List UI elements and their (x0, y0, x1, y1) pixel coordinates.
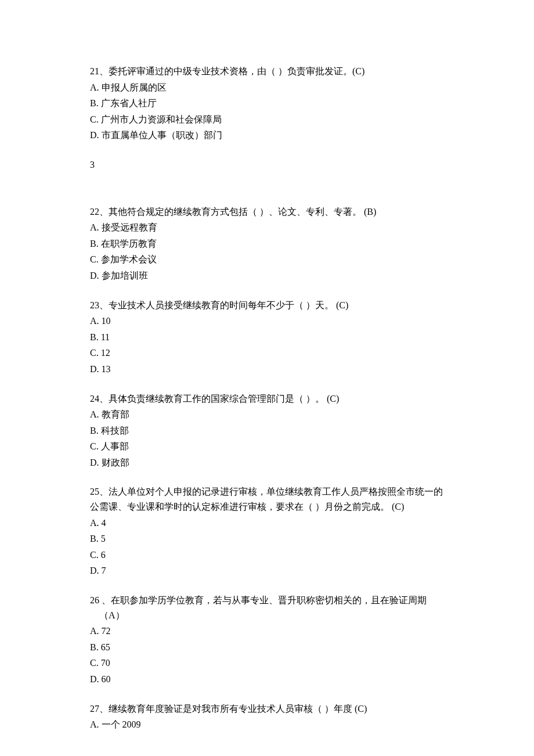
question-number: 24 (90, 394, 99, 404)
option-prefix: B. (90, 98, 99, 108)
option-c: C. 12 (90, 345, 444, 361)
option-prefix: C. (90, 348, 99, 358)
option-d: D. 7 (90, 563, 444, 578)
option-text: 11 (99, 332, 110, 342)
question-24: 24、具体负责继续教育工作的国家综合管理部门是（ ）。 (C) A. 教育部 B… (90, 391, 444, 470)
question-22: 22、其他符合规定的继续教育方式包括（ ）、论文、专利、专著。 (B) A. 接… (90, 204, 444, 283)
option-text: 参加培训班 (99, 271, 148, 280)
option-d: D. 13 (90, 362, 444, 377)
option-b: B. 广东省人社厅 (90, 96, 444, 111)
page-number: 3 (90, 157, 444, 172)
option-prefix: A. (90, 719, 99, 729)
question-answer: (C) (392, 502, 404, 512)
question-answer: (C) (336, 300, 348, 310)
option-prefix: B. (90, 534, 99, 543)
option-b: B. 65 (90, 640, 444, 655)
option-a: A. 72 (90, 624, 444, 639)
option-text: 人事部 (99, 441, 129, 451)
option-prefix: D. (90, 674, 99, 684)
question-body: 、在职参加学历学位教育，若与从事专业、晋升职称密切相关的，且在验证周期 (99, 595, 427, 605)
option-c: C. 6 (90, 548, 444, 563)
option-b: B. 5 (90, 531, 444, 546)
question-number: 25 (90, 487, 99, 496)
option-d: D. 市直属单位人事（职改）部门 (90, 128, 444, 143)
question-text: 23、专业技术人员接受继续教育的时间每年不少于（ ）天。 (C) (90, 298, 444, 313)
question-27: 27、继续教育年度验证是对我市所有专业技术人员审核（ ）年度 (C) A. 一个… (90, 701, 444, 732)
option-text: 10 (99, 316, 111, 326)
question-text: 25、法人单位对个人申报的记录进行审核，单位继续教育工作人员严格按照全市统一的公… (90, 484, 444, 514)
option-text: 13 (99, 364, 111, 374)
question-body: 、委托评审通过的中级专业技术资格，由（ ）负责审批发证。 (99, 66, 352, 76)
question-26: 26 、在职参加学历学位教育，若与从事专业、晋升职称密切相关的，且在验证周期（A… (90, 593, 444, 687)
question-number: 23 (90, 300, 99, 310)
option-a: A. 申报人所属的区 (90, 80, 444, 95)
question-text: 26 、在职参加学历学位教育，若与从事专业、晋升职称密切相关的，且在验证周期（A… (90, 593, 444, 622)
question-23: 23、专业技术人员接受继续教育的时间每年不少于（ ）天。 (C) A. 10 B… (90, 298, 444, 377)
option-text: 70 (99, 658, 110, 668)
question-number: 21 (90, 66, 99, 76)
question-answer: (C) (352, 66, 365, 76)
question-number: 22 (90, 207, 99, 217)
option-d: D. 参加培训班 (90, 268, 444, 283)
option-text: 在职学历教育 (99, 239, 157, 249)
question-21: 21、委托评审通过的中级专业技术资格，由（ ）负责审批发证。(C) A. 申报人… (90, 64, 444, 143)
question-answer: (C) (327, 394, 339, 404)
question-answer: （A） (99, 610, 125, 620)
question-text: 24、具体负责继续教育工作的国家综合管理部门是（ ）。 (C) (90, 391, 444, 406)
option-text: 市直属单位人事（职改）部门 (99, 130, 222, 140)
option-a: A. 一个 2009 (90, 717, 444, 732)
option-prefix: A. (90, 626, 99, 636)
option-a: A. 接受远程教育 (90, 220, 444, 235)
question-text: 22、其他符合规定的继续教育方式包括（ ）、论文、专利、专著。 (B) (90, 204, 444, 219)
option-text: 7 (99, 566, 106, 575)
option-text: 广东省人社厅 (99, 98, 157, 108)
option-prefix: C. (90, 441, 99, 451)
option-text: 参加学术会议 (99, 254, 157, 264)
option-text: 12 (99, 348, 110, 358)
option-a: A. 10 (90, 314, 444, 329)
question-body: 、其他符合规定的继续教育方式包括（ ）、论文、专利、专著。 (99, 207, 364, 217)
option-prefix: C. (90, 550, 99, 560)
option-c: C. 70 (90, 656, 444, 671)
question-25: 25、法人单位对个人申报的记录进行审核，单位继续教育工作人员严格按照全市统一的公… (90, 484, 444, 578)
option-text: 科技部 (99, 426, 129, 435)
option-prefix: D. (90, 130, 99, 140)
option-prefix: C. (90, 658, 99, 668)
question-text: 27、继续教育年度验证是对我市所有专业技术人员审核（ ）年度 (C) (90, 701, 444, 717)
question-answer: (B) (364, 207, 376, 217)
option-text: 60 (99, 674, 111, 684)
option-prefix: D. (90, 271, 99, 280)
option-text: 接受远程教育 (99, 222, 157, 232)
question-text: 21、委托评审通过的中级专业技术资格，由（ ）负责审批发证。(C) (90, 64, 444, 79)
option-text: 65 (99, 642, 110, 652)
option-prefix: C. (90, 114, 99, 124)
option-b: B. 在职学历教育 (90, 236, 444, 251)
option-prefix: B. (90, 642, 99, 652)
option-prefix: C. (90, 254, 99, 264)
option-c: C. 参加学术会议 (90, 252, 444, 267)
question-number: 26 (90, 595, 99, 605)
option-a: A. 4 (90, 516, 444, 531)
option-prefix: A. (90, 409, 99, 419)
option-text: 4 (99, 518, 106, 528)
option-text: 5 (99, 534, 106, 543)
option-b: B. 科技部 (90, 423, 444, 438)
option-text: 6 (99, 550, 106, 560)
option-prefix: A. (90, 222, 99, 232)
option-text: 财政部 (99, 458, 129, 467)
option-c: C. 广州市人力资源和社会保障局 (90, 112, 444, 127)
option-prefix: A. (90, 316, 99, 326)
option-d: D. 60 (90, 672, 444, 687)
option-prefix: A. (90, 82, 99, 92)
question-body: 、法人单位对个人申报的记录进行审核，单位继续教育工作人员严格按照全市统一的公需课… (90, 487, 443, 512)
option-prefix: B. (90, 426, 99, 435)
option-b: B. 11 (90, 330, 444, 345)
option-prefix: B. (90, 332, 99, 342)
question-body: 、具体负责继续教育工作的国家综合管理部门是（ ）。 (99, 394, 327, 404)
option-text: 一个 2009 (99, 719, 141, 729)
option-text: 72 (99, 626, 111, 636)
option-text: 广州市人力资源和社会保障局 (99, 114, 222, 124)
option-prefix: A. (90, 518, 99, 528)
question-body: 、继续教育年度验证是对我市所有专业技术人员审核（ ）年度 (99, 704, 355, 714)
option-prefix: D. (90, 364, 99, 374)
